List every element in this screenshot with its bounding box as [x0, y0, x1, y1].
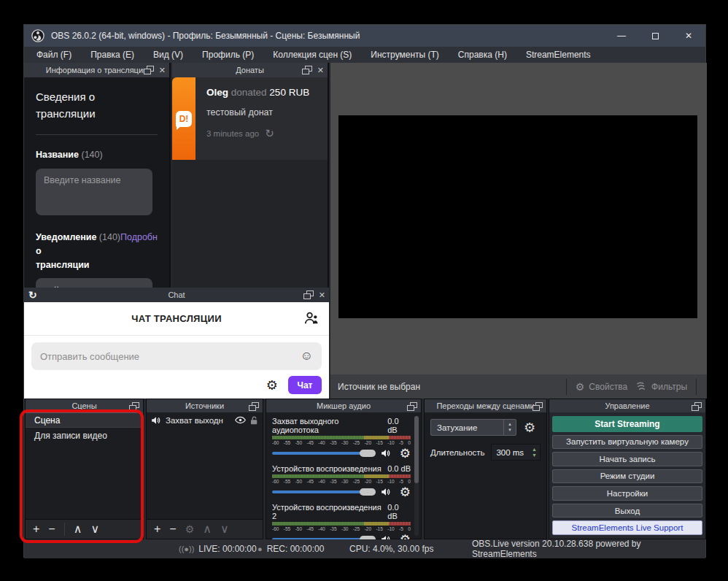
slider-handle[interactable]	[360, 450, 376, 457]
scrollbar-thumb[interactable]	[414, 416, 419, 483]
emoji-icon[interactable]: ☺	[301, 349, 313, 363]
volume-slider[interactable]	[272, 447, 373, 459]
menu-item-3[interactable]: Профиль (P)	[193, 47, 263, 63]
stream-title-input[interactable]	[36, 169, 152, 215]
menu-item-1[interactable]: Правка (E)	[81, 47, 144, 63]
close-icon[interactable]: ✕	[319, 291, 325, 299]
control-button[interactable]: Режим студии	[552, 469, 702, 484]
sources-panel: Источники Захват выходн + − ⚙ ∧ ∨	[146, 399, 263, 539]
move-scene-down-button[interactable]: ∨	[90, 523, 99, 535]
slider-handle[interactable]	[360, 488, 376, 496]
properties-button[interactable]: ⚙ Свойства	[576, 381, 627, 393]
duration-spinner[interactable]: 300 ms ▲ ▼	[491, 444, 541, 461]
close-icon[interactable]: ✕	[317, 66, 324, 74]
move-source-up-button[interactable]: ∧	[203, 523, 212, 535]
char-limit: (140)	[99, 232, 120, 242]
viewers-icon[interactable]	[304, 312, 319, 325]
meter-tick-label: -45	[306, 440, 313, 445]
divider	[566, 379, 567, 395]
popout-icon[interactable]	[249, 402, 259, 411]
source-properties-gear-icon[interactable]: ⚙	[185, 524, 195, 534]
volume-meter	[272, 522, 411, 526]
stream-notification-input[interactable]: pattsa начинает	[36, 278, 152, 288]
volume-slider[interactable]	[272, 486, 373, 498]
transition-settings-gear-icon[interactable]: ⚙	[524, 421, 535, 434]
scenes-panel-header[interactable]: Сцены	[26, 399, 143, 412]
popout-icon[interactable]	[129, 402, 139, 411]
popout-icon[interactable]	[144, 66, 154, 74]
mute-speaker-icon[interactable]	[381, 488, 391, 496]
start-streaming-button[interactable]: Start Streaming	[552, 416, 702, 432]
meter-tick-label: -35	[330, 479, 336, 484]
close-button[interactable]: ✕	[672, 25, 705, 47]
donation-item[interactable]: D! Oleg donated 250 RUB тестовый донат 3…	[172, 77, 328, 160]
visibility-eye-icon[interactable]	[235, 416, 246, 424]
popout-icon[interactable]	[303, 290, 314, 299]
title-bar[interactable]: OBS 26.0.2 (64-bit, windows) - Профиль: …	[24, 25, 705, 47]
transitions-panel-header[interactable]: Переходы между сценами	[425, 399, 546, 412]
remove-scene-button[interactable]: −	[48, 523, 55, 535]
mixer-scrollbar[interactable]	[414, 416, 419, 536]
source-list-item[interactable]: Захват выходн	[147, 412, 263, 428]
controls-panel-header[interactable]: Управление	[549, 399, 705, 412]
popout-icon[interactable]	[407, 402, 417, 411]
menu-item-0[interactable]: Файл (F)	[27, 47, 81, 63]
source-label: Захват выходн	[166, 416, 231, 425]
mixer-panel-header[interactable]: Микшер аудио	[266, 399, 421, 412]
chat-dock-header[interactable]: ↻ Chat ✕	[24, 288, 329, 302]
add-source-button[interactable]: +	[154, 523, 160, 535]
menu-item-6[interactable]: Справка (H)	[449, 47, 516, 63]
menu-item-7[interactable]: StreamElements	[516, 47, 600, 63]
donationalerts-logo-icon: D!	[176, 111, 192, 127]
minimize-button[interactable]: —	[605, 25, 638, 47]
spinner-up-icon[interactable]: ▲	[532, 447, 537, 453]
scenes-list: СценаДля записи видео	[26, 412, 143, 443]
chat-tab-button[interactable]: Чат	[288, 376, 322, 394]
donations-dock-header[interactable]: Донаты ✕	[172, 63, 328, 77]
maximize-button[interactable]	[638, 25, 672, 47]
add-scene-button[interactable]: +	[33, 523, 39, 535]
lock-icon[interactable]	[250, 416, 258, 425]
control-button[interactable]: Выход	[552, 504, 702, 518]
spinner-down-icon[interactable]: ▼	[532, 453, 537, 458]
chat-settings-gear-icon[interactable]: ⚙	[266, 377, 278, 393]
reload-icon[interactable]: ↻	[28, 288, 37, 302]
mixer-channels: Захват выходного аудиопотока 0.0 dB -60-…	[266, 412, 421, 545]
streamelements-support-button[interactable]: StreamElements Live Support	[552, 520, 702, 535]
meter-scale: -60-55-50-45-40-35-30-25-20-15-10-50	[272, 440, 411, 445]
close-icon[interactable]: ✕	[159, 66, 166, 74]
chat-input-wrap: ☺	[31, 342, 322, 370]
donations-dock: Донаты ✕ D! Oleg donated 250 RUB	[172, 63, 329, 288]
popout-icon[interactable]	[302, 66, 312, 74]
meter-tick-label: -20	[365, 479, 371, 484]
transition-select[interactable]: Затухание ▲ ▼	[430, 419, 516, 436]
move-source-down-button[interactable]: ∨	[220, 523, 229, 535]
control-button[interactable]: Запустить виртуальную камеру	[552, 435, 702, 450]
menu-item-4[interactable]: Коллекция сцен (S)	[263, 47, 361, 63]
details-link[interactable]: Подробн	[120, 232, 158, 242]
control-button[interactable]: Начать запись	[552, 452, 702, 466]
remove-source-button[interactable]: −	[169, 523, 176, 535]
scene-list-item[interactable]: Для записи видео	[26, 428, 143, 443]
channel-settings-gear-icon[interactable]: ⚙	[400, 447, 411, 460]
channel-settings-gear-icon[interactable]: ⚙	[400, 486, 411, 499]
meter-tick-label: -20	[365, 440, 371, 445]
replay-icon[interactable]: ↻	[265, 127, 274, 140]
sources-panel-header[interactable]: Источники	[147, 399, 263, 412]
mute-speaker-icon[interactable]	[381, 449, 391, 458]
stream-info-dock-header[interactable]: Информация о трансляции ✕	[24, 63, 169, 77]
filters-button[interactable]: Фильтры	[636, 382, 687, 392]
control-button[interactable]: Настройки	[552, 486, 702, 501]
divider	[696, 379, 697, 395]
menu-item-2[interactable]: Вид (V)	[144, 47, 193, 63]
divider	[64, 523, 65, 536]
scene-list-item[interactable]: Сцена	[26, 412, 143, 428]
popout-icon[interactable]	[533, 402, 543, 411]
scene-canvas[interactable]	[338, 115, 697, 318]
dock-title: Chat	[168, 290, 185, 299]
volume-meter	[272, 474, 411, 478]
popout-icon[interactable]	[692, 402, 702, 411]
menu-item-5[interactable]: Инструменты (T)	[361, 47, 448, 63]
move-scene-up-button[interactable]: ∧	[74, 523, 82, 535]
chat-message-input[interactable]	[40, 351, 301, 362]
